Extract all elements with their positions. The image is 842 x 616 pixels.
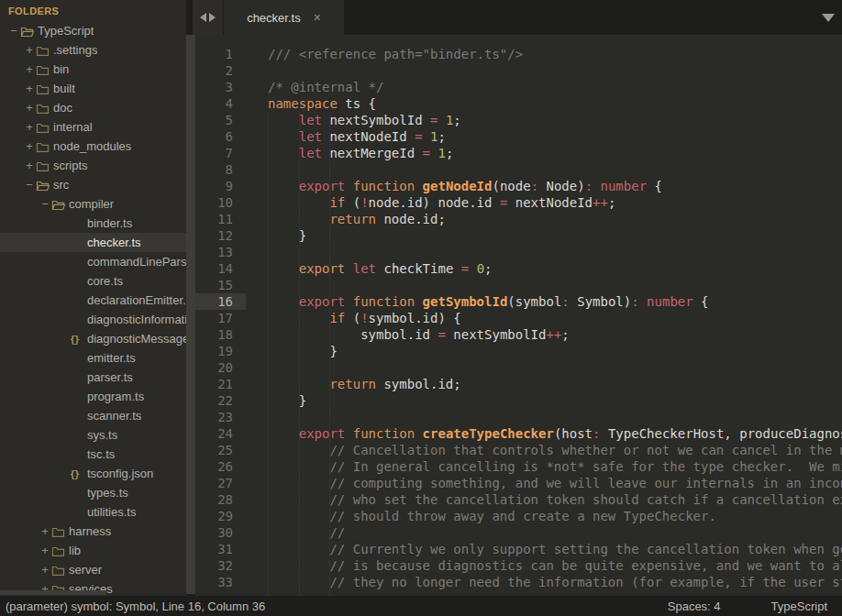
code-line[interactable]: 14 export let checkTime = 0; (195, 260, 842, 277)
tree-item-tsconfig-json[interactable]: {}tsconfig.json (0, 464, 186, 483)
sidebar-horizontal-scrollbar[interactable] (0, 590, 105, 595)
code-line[interactable]: 12 } (195, 227, 842, 244)
tree-item-diagnosticmessages-json[interactable]: {}diagnosticMessages.json (0, 329, 186, 348)
sidebar-scrollbar[interactable] (186, 35, 195, 594)
code-line[interactable]: 2 (195, 62, 842, 79)
code-line[interactable]: 19 } (195, 343, 842, 359)
tree-item-checker-ts[interactable]: checker.ts (0, 233, 186, 252)
tree-item-internal[interactable]: +internal (0, 117, 186, 137)
code-line[interactable]: 16 export function getSymbolId(symbol: S… (195, 293, 842, 310)
expand-icon[interactable]: + (23, 79, 36, 98)
tree-item-types-ts[interactable]: types.ts (0, 483, 186, 502)
code-line[interactable]: 7 let nextMergeId = 1; (195, 145, 842, 161)
tree-item-program-ts[interactable]: program.ts (0, 387, 186, 406)
code-line[interactable]: 4namespace ts { (195, 95, 842, 112)
code-line[interactable]: 8 (195, 161, 842, 178)
status-bar: (parameter) symbol: Symbol, Line 16, Col… (0, 596, 842, 616)
code-line[interactable]: 24 export function createTypeChecker(hos… (195, 425, 842, 442)
code-line[interactable]: 18 symbol.id = nextSymbolId++; (195, 326, 842, 343)
close-icon[interactable]: × (314, 10, 321, 25)
tree-item-server[interactable]: +server (0, 560, 186, 579)
code-line[interactable]: 29 // should throw away and create a new… (195, 508, 842, 524)
expand-icon[interactable]: + (23, 156, 36, 175)
expand-icon[interactable]: + (23, 98, 36, 117)
sidebar: FOLDERS −TypeScript+.settings+bin+built+… (0, 0, 186, 596)
expand-icon[interactable]: + (23, 40, 36, 60)
tree-item-scanner-ts[interactable]: scanner.ts (0, 406, 186, 425)
tree-item--settings[interactable]: +.settings (0, 40, 186, 60)
tree-item-typescript[interactable]: −TypeScript (0, 21, 186, 40)
tab-checker-ts[interactable]: checker.ts × (224, 0, 344, 35)
code-text (246, 62, 268, 79)
next-tab-icon[interactable] (209, 13, 216, 22)
code-line[interactable]: 20 (195, 359, 842, 376)
expand-icon[interactable]: + (23, 60, 36, 79)
expand-icon[interactable]: + (23, 117, 36, 137)
collapse-icon[interactable]: − (39, 194, 51, 214)
collapse-icon[interactable]: − (23, 175, 36, 194)
code-line[interactable]: 21 return symbol.id; (195, 376, 842, 392)
tree-item-commandlineparser-ts[interactable]: commandLineParser.ts (0, 252, 186, 271)
code-line[interactable]: 17 if (!symbol.id) { (195, 310, 842, 326)
code-line[interactable]: 9 export function getNodeId(node: Node):… (195, 178, 842, 194)
code-text: } (246, 343, 338, 359)
tab-overflow-icon[interactable] (822, 14, 835, 22)
tree-item-label: TypeScript (38, 24, 94, 38)
code-line[interactable]: 3/* @internal */ (195, 79, 842, 95)
code-line[interactable]: 30 // (195, 524, 842, 541)
code-text: return node.id; (246, 211, 446, 227)
code-line[interactable]: 13 (195, 244, 842, 260)
code-line[interactable]: 33 // they no longer need the informatio… (195, 574, 842, 590)
expand-icon[interactable]: + (39, 541, 51, 560)
tree-item-bin[interactable]: +bin (0, 60, 186, 79)
tree-item-src[interactable]: −src (0, 175, 186, 194)
tree-item-emitter-ts[interactable]: emitter.ts (0, 348, 186, 368)
collapse-icon[interactable]: − (7, 21, 20, 40)
code-line[interactable]: 28 // who set the cancellation token sho… (195, 491, 842, 508)
line-number: 25 (195, 442, 246, 458)
indentation-status[interactable]: Spaces: 4 (668, 600, 721, 613)
code-text: export function createTypeChecker(host: … (246, 425, 842, 442)
tree-item-harness[interactable]: +harness (0, 522, 186, 541)
tree-item-core-ts[interactable]: core.ts (0, 271, 186, 291)
code-text (246, 409, 268, 425)
code-line[interactable]: 6 let nextNodeId = 1; (195, 128, 842, 145)
tree-item-declarationemitter-ts[interactable]: declarationEmitter.ts (0, 291, 186, 310)
code-line[interactable]: 32 // is because diagnostics can be quit… (195, 557, 842, 574)
tree-item-lib[interactable]: +lib (0, 541, 186, 560)
tree-item-utilities-ts[interactable]: utilities.ts (0, 502, 186, 522)
syntax-status[interactable]: TypeScript (771, 600, 827, 613)
expand-icon[interactable]: + (23, 137, 36, 156)
editor[interactable]: 1/// <reference path="binder.ts"/>23/* @… (195, 35, 842, 596)
expand-icon[interactable]: + (39, 560, 51, 579)
tree-item-sys-ts[interactable]: sys.ts (0, 425, 186, 445)
tree-item-binder-ts[interactable]: binder.ts (0, 214, 186, 233)
code-line[interactable]: 22 } (195, 392, 842, 409)
line-number: 1 (195, 46, 246, 62)
tree-item-doc[interactable]: +doc (0, 98, 186, 117)
code-text: export function getSymbolId(symbol: Symb… (246, 293, 709, 310)
code-text (246, 359, 268, 376)
tree-item-built[interactable]: +built (0, 79, 186, 98)
tree-item-compiler[interactable]: −compiler (0, 194, 186, 214)
code-line[interactable]: 1/// <reference path="binder.ts"/> (195, 46, 842, 62)
tree-item-diagnosticinformationmap-generated-ts[interactable]: diagnosticInformationMap.generated.ts (0, 310, 186, 329)
expand-icon[interactable]: + (39, 522, 51, 541)
code-line[interactable]: 11 return node.id; (195, 211, 842, 227)
tree-item-tsc-ts[interactable]: tsc.ts (0, 445, 186, 464)
tree-item-parser-ts[interactable]: parser.ts (0, 368, 186, 387)
folder-closed-icon (51, 544, 69, 557)
code-text: } (246, 227, 306, 244)
line-number: 13 (195, 244, 246, 260)
code-line[interactable]: 31 // Currently we only support setting … (195, 541, 842, 557)
code-line[interactable]: 27 // computing something, and we will l… (195, 475, 842, 491)
code-line[interactable]: 23 (195, 409, 842, 425)
tree-item-node-modules[interactable]: +node_modules (0, 137, 186, 156)
code-line[interactable]: 15 (195, 277, 842, 293)
code-line[interactable]: 26 // In general cancelling is *not* saf… (195, 458, 842, 475)
code-line[interactable]: 25 // Cancellation that controls whether… (195, 442, 842, 458)
tree-item-scripts[interactable]: +scripts (0, 156, 186, 175)
code-line[interactable]: 10 if (!node.id) node.id = nextNodeId++; (195, 194, 842, 211)
prev-tab-icon[interactable] (200, 13, 206, 22)
code-line[interactable]: 5 let nextSymbolId = 1; (195, 112, 842, 128)
